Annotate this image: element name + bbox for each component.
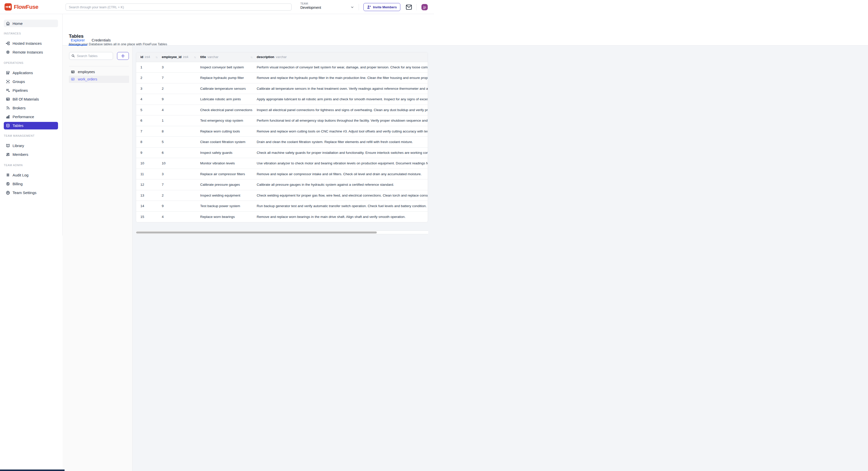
cell-description: Remove and replace air compressor intake… — [257, 169, 428, 179]
table-row[interactable]: 132Inspect welding equipmentCheck weldin… — [136, 190, 428, 201]
cell-employee_id: 5 — [162, 137, 200, 147]
sidebar-item-label: Team Settings — [12, 190, 36, 195]
sidebar-item-tables[interactable]: Tables — [4, 122, 58, 129]
horizontal-scrollbar-thumb[interactable] — [136, 232, 377, 234]
tables-icon — [6, 123, 10, 128]
column-type: varchar — [208, 55, 218, 59]
cell-title: Lubricate robotic arm joints — [200, 94, 257, 105]
invite-members-label: Invite Members — [373, 5, 397, 9]
sidebar-item-home[interactable]: Home — [4, 20, 58, 27]
remote-instances-icon — [6, 50, 10, 54]
table-row[interactable]: 149Test backup power systemRun backup ge… — [136, 201, 428, 212]
table-row[interactable]: 13Inspect conveyor belt systemPerform vi… — [136, 62, 428, 73]
cell-id: 5 — [136, 105, 162, 115]
tab-explorer[interactable]: Explorer — [68, 38, 87, 46]
table-row[interactable]: 61Test emergency stop systemPerform func… — [136, 115, 428, 126]
cell-id: 13 — [136, 190, 162, 201]
sidebar-nav: HomeINSTANCESHosted InstancesRemote Inst… — [0, 20, 62, 197]
sidebar-item-label: Billing — [12, 182, 23, 186]
search-tables-input[interactable] — [69, 52, 113, 60]
flowfuse-logo[interactable]: FlowFuse — [4, 3, 38, 10]
sidebar-item-pipelines[interactable]: Pipelines — [4, 86, 58, 95]
table-row[interactable]: 54Check electrical panel connectionsInsp… — [136, 105, 428, 116]
cell-id: 12 — [136, 179, 162, 190]
pipelines-icon — [6, 88, 10, 92]
table-row[interactable]: 49Lubricate robotic arm jointsApply appr… — [136, 94, 428, 105]
sidebar-item-label: Bill Of Materials — [12, 97, 39, 101]
avatar[interactable]: jp — [422, 4, 428, 10]
column-name: title — [200, 55, 206, 59]
sort-icon[interactable]: ↑↓ — [155, 56, 157, 59]
cell-employee_id: 4 — [162, 105, 200, 115]
cell-id: 10 — [136, 158, 162, 169]
table-row[interactable]: 78Replace worn cutting toolsRemove and r… — [136, 126, 428, 137]
top-bar: FlowFuse TEAM: Development Invite Member… — [0, 0, 434, 14]
table-row[interactable]: 1010Monitor vibration levelsUse vibratio… — [136, 158, 428, 169]
cell-employee_id: 8 — [162, 126, 200, 137]
sidebar-item-remote-instances[interactable]: Remote Instances — [4, 48, 58, 57]
add-table-button[interactable] — [117, 52, 129, 60]
cell-employee_id: 3 — [162, 169, 200, 179]
cell-employee_id: 1 — [162, 115, 200, 126]
tab-credentials[interactable]: Credentials — [89, 38, 113, 46]
table-row[interactable]: 32Calibrate temperature sensorsCalibrate… — [136, 83, 428, 94]
sidebar-item-groups[interactable]: Groups — [4, 77, 58, 86]
team-switcher[interactable]: TEAM: Development — [300, 2, 358, 12]
audit-log-icon — [6, 173, 10, 177]
table-row[interactable]: 113Replace air compressor filtersRemove … — [136, 169, 428, 180]
cell-employee_id: 7 — [162, 72, 200, 83]
sort-icon[interactable]: ↑↓ — [194, 56, 196, 59]
sidebar-item-applications[interactable]: Applications — [4, 68, 58, 77]
team-name: Development — [300, 5, 358, 9]
cell-description: Run backup generator test and verify aut… — [257, 201, 428, 211]
sidebar-section-label: INSTANCES — [0, 31, 62, 36]
column-header-title[interactable]: titlevarchar↑↓ — [200, 52, 257, 62]
cell-description: Remove and replace the hydraulic pump fi… — [257, 72, 428, 83]
table-list-item-work_orders[interactable]: work_orders — [69, 76, 129, 83]
cell-description: Calibrate all temperature sensors in the… — [257, 83, 428, 94]
cell-title: Inspect welding equipment — [200, 190, 257, 201]
table-row[interactable]: 127Calibrate pressure gaugesCalibrate al… — [136, 179, 428, 190]
sidebar-item-bill-of-materials[interactable]: Bill Of Materials — [4, 95, 58, 104]
sidebar-item-label: Hosted Instances — [12, 41, 42, 46]
team-search-input[interactable] — [66, 3, 291, 10]
brokers-icon — [6, 106, 10, 110]
cell-description: Check welding equipment for proper gas f… — [257, 190, 428, 201]
sidebar-item-library[interactable]: Library — [4, 141, 58, 150]
cell-description: Perform visual inspection of conveyor be… — [257, 62, 428, 72]
sidebar-item-label: Library — [12, 144, 24, 148]
sidebar-item-brokers[interactable]: Brokers — [4, 104, 58, 112]
sidebar-item-hosted-instances[interactable]: Hosted Instances — [4, 39, 58, 48]
table-row[interactable]: 85Clean coolant filtration systemDrain a… — [136, 137, 428, 148]
sidebar-item-members[interactable]: Members — [4, 150, 58, 159]
user-plus-icon — [367, 5, 371, 9]
cell-title: Replace worn cutting tools — [200, 126, 257, 137]
sidebar-item-label: Audit Log — [12, 173, 28, 177]
column-header-description[interactable]: descriptionvarchar↑↓ — [257, 52, 428, 62]
bill-of-materials-icon — [6, 97, 10, 101]
content-area: employeeswork_orders idint4↑↓employee_id… — [63, 46, 434, 235]
sort-icon[interactable]: ↑↓ — [250, 56, 252, 59]
members-icon — [6, 152, 10, 156]
chevron-down-icon[interactable] — [351, 5, 354, 9]
table-row[interactable]: 27Replace hydraulic pump filterRemove an… — [136, 72, 428, 83]
table-name: employees — [78, 70, 95, 74]
cell-title: Monitor vibration levels — [200, 158, 257, 169]
table-row[interactable]: 154Replace worn bearingsRemove and repla… — [136, 212, 428, 223]
column-header-id[interactable]: idint4↑↓ — [136, 52, 162, 62]
mail-icon[interactable] — [406, 4, 412, 10]
cell-description: Calibrate all pressure gauges in the hyd… — [257, 179, 428, 190]
sidebar-item-audit-log[interactable]: Audit Log — [4, 171, 58, 179]
cell-description: Remove and replace worn cutting tools on… — [257, 126, 428, 137]
table-row[interactable]: 96Inspect safety guardsCheck all machine… — [136, 148, 428, 158]
sidebar-item-performance[interactable]: Performance — [4, 112, 58, 121]
invite-members-button[interactable]: Invite Members — [364, 3, 400, 11]
table-header-row: idint4↑↓employee_idint4↑↓titlevarchar↑↓d… — [136, 52, 428, 62]
cell-employee_id: 3 — [162, 62, 200, 72]
table-list-item-employees[interactable]: employees — [69, 68, 129, 76]
sidebar-item-team-settings[interactable]: Team Settings — [4, 188, 58, 197]
cell-employee_id: 2 — [162, 83, 200, 94]
cell-title: Test backup power system — [200, 201, 257, 211]
sidebar-item-billing[interactable]: Billing — [4, 179, 58, 188]
column-header-employee_id[interactable]: employee_idint4↑↓ — [162, 52, 200, 62]
